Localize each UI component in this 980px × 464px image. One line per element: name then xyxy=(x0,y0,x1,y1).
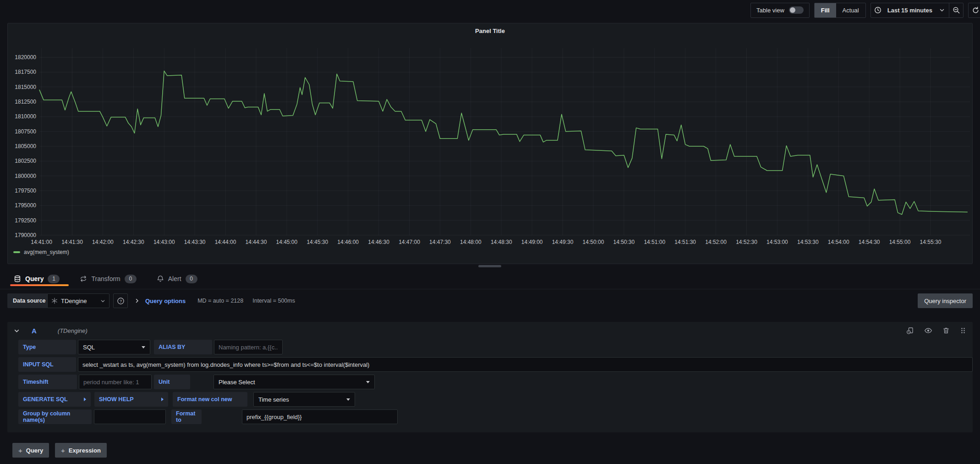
caret-down-icon xyxy=(346,398,350,401)
query-options-md: MD = auto = 2128 xyxy=(197,298,243,304)
query-inspector-button[interactable]: Query inspector xyxy=(918,293,973,308)
tab-alert[interactable]: Alert 0 xyxy=(157,275,197,283)
svg-text:14:46:00: 14:46:00 xyxy=(337,239,359,245)
svg-text:1807500: 1807500 xyxy=(15,128,36,135)
query-ref-id: A xyxy=(32,327,37,335)
arrow-right-icon xyxy=(161,398,164,401)
tab-query[interactable]: Query 1 xyxy=(14,275,60,283)
svg-text:14:54:30: 14:54:30 xyxy=(859,239,880,245)
datasource-row: Data source TDengine ? Query options MD … xyxy=(7,293,973,308)
generate-sql-button[interactable]: GENERATE SQL xyxy=(18,392,91,407)
format-select[interactable]: Time series xyxy=(253,392,355,407)
alias-by-label: ALIAS BY xyxy=(154,340,212,354)
svg-text:14:44:00: 14:44:00 xyxy=(215,239,236,245)
format-select-value: Time series xyxy=(258,396,289,403)
svg-text:14:53:30: 14:53:30 xyxy=(797,239,819,245)
svg-text:14:41:30: 14:41:30 xyxy=(61,239,83,245)
plus-icon: + xyxy=(18,447,22,454)
plus-icon: + xyxy=(61,447,65,454)
datasource-label: Data source xyxy=(7,293,51,308)
query-options-toggle[interactable]: Query options MD = auto = 2128 Interval … xyxy=(134,293,295,308)
svg-text:14:46:30: 14:46:30 xyxy=(368,239,389,245)
caret-down-icon xyxy=(142,346,145,348)
add-expression-button[interactable]: + Expression xyxy=(55,443,107,458)
svg-text:1820000: 1820000 xyxy=(15,54,36,61)
svg-text:14:42:00: 14:42:00 xyxy=(92,239,114,245)
svg-text:14:55:30: 14:55:30 xyxy=(920,239,942,245)
panel-resize-handle[interactable] xyxy=(478,265,501,267)
hide-query-button[interactable] xyxy=(924,326,932,335)
svg-text:14:52:00: 14:52:00 xyxy=(705,239,727,245)
arrow-right-icon xyxy=(84,398,86,401)
collapse-chevron-icon xyxy=(14,328,20,334)
show-help-button[interactable]: SHOW HELP xyxy=(94,392,168,407)
svg-text:14:44:30: 14:44:30 xyxy=(246,239,267,245)
format-to-label: Format to xyxy=(171,409,202,424)
query-options-label[interactable]: Query options xyxy=(145,298,186,304)
alias-by-field xyxy=(214,340,283,354)
refresh-button[interactable] xyxy=(968,3,980,18)
alias-by-input[interactable] xyxy=(214,340,283,354)
tdengine-logo-icon xyxy=(51,298,58,304)
svg-text:14:47:30: 14:47:30 xyxy=(429,239,451,245)
svg-text:14:43:00: 14:43:00 xyxy=(153,239,175,245)
tab-transform-label: Transform xyxy=(91,275,120,282)
svg-text:1815000: 1815000 xyxy=(15,84,36,90)
group-by-input[interactable] xyxy=(94,409,166,424)
input-sql-input[interactable] xyxy=(78,357,973,372)
query-row-header[interactable]: A (TDengine) xyxy=(7,322,973,339)
svg-text:14:51:30: 14:51:30 xyxy=(674,239,696,245)
svg-text:14:48:30: 14:48:30 xyxy=(491,239,512,245)
group-by-field xyxy=(94,409,166,424)
table-view-group: Table view xyxy=(750,3,810,18)
add-query-button[interactable]: + Query xyxy=(12,443,49,458)
svg-text:14:43:30: 14:43:30 xyxy=(184,239,206,245)
time-range-label[interactable]: Last 15 minutes xyxy=(885,7,935,14)
panel-title[interactable]: Panel Title xyxy=(8,28,972,34)
type-select[interactable]: SQL xyxy=(78,340,150,354)
svg-text:1792500: 1792500 xyxy=(15,217,36,224)
chart-plot-area[interactable]: 1790000179250017950001797500180000018025… xyxy=(8,23,973,265)
unit-select[interactable]: Please Select xyxy=(214,375,375,389)
svg-text:14:47:00: 14:47:00 xyxy=(399,239,420,245)
datasource-picker[interactable]: TDengine xyxy=(47,293,109,308)
time-range-button[interactable] xyxy=(871,3,885,17)
timeshift-input[interactable] xyxy=(79,375,152,389)
time-range-caret[interactable] xyxy=(935,3,949,17)
add-query-label: Query xyxy=(26,447,44,454)
actual-button[interactable]: Actual xyxy=(836,3,865,17)
timeseries-panel: 1790000179250017950001797500180000018025… xyxy=(7,23,973,264)
svg-text:14:53:00: 14:53:00 xyxy=(766,239,788,245)
svg-text:1800000: 1800000 xyxy=(15,173,36,179)
timeshift-label: Timeshift xyxy=(18,375,77,389)
duplicate-query-button[interactable] xyxy=(906,327,914,335)
query-options-interval: Interval = 500ms xyxy=(252,298,295,304)
svg-text:14:50:00: 14:50:00 xyxy=(583,239,604,245)
svg-text:1797500: 1797500 xyxy=(15,188,36,194)
fill-actual-group: Fill Actual xyxy=(814,3,866,18)
toggle-knob xyxy=(790,7,795,13)
svg-text:1795000: 1795000 xyxy=(15,202,36,209)
drag-query-handle[interactable] xyxy=(960,327,966,334)
query-row-actions xyxy=(906,326,966,335)
svg-text:14:45:00: 14:45:00 xyxy=(276,239,298,245)
type-label: Type xyxy=(18,340,76,354)
type-select-value: SQL xyxy=(83,344,95,351)
svg-text:14:51:00: 14:51:00 xyxy=(644,239,665,245)
delete-query-button[interactable] xyxy=(942,327,950,334)
timeshift-field xyxy=(79,375,152,389)
format-to-input[interactable] xyxy=(242,409,398,424)
table-view-toggle[interactable] xyxy=(789,6,804,14)
show-help-label: SHOW HELP xyxy=(99,396,134,403)
svg-text:14:49:00: 14:49:00 xyxy=(521,239,543,245)
unit-label: Unit xyxy=(154,375,190,389)
legend-item[interactable]: avg(mem_system) xyxy=(13,249,69,255)
tab-transform[interactable]: Transform 0 xyxy=(80,275,136,283)
datasource-help-button[interactable]: ? xyxy=(113,293,128,308)
svg-text:14:55:00: 14:55:00 xyxy=(889,239,911,245)
zoom-out-button[interactable] xyxy=(949,3,963,17)
format-to-field xyxy=(242,409,398,424)
unit-select-value: Please Select xyxy=(219,379,255,386)
fill-button[interactable]: Fill xyxy=(815,3,836,17)
svg-text:1802500: 1802500 xyxy=(15,158,36,164)
